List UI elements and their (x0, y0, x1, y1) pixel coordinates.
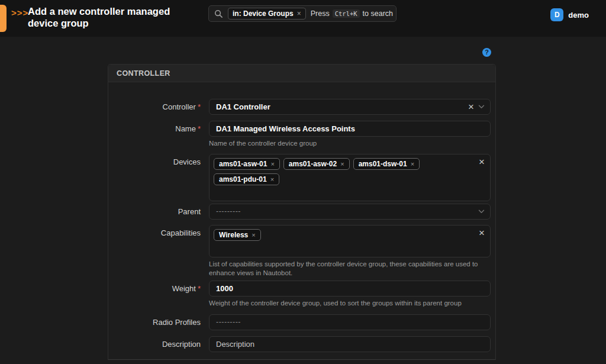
devices-label: Devices (108, 154, 205, 201)
search-scope-chip[interactable]: in: Device Groups × (228, 8, 306, 20)
help-icon[interactable]: ? (482, 48, 491, 57)
field-row-name: Name* Name of the controller device grou… (108, 121, 495, 148)
remove-capability-icon[interactable]: × (252, 231, 255, 239)
ctrl-k-kbd: Ctrl+K (333, 9, 360, 18)
device-chip-label: ams01-asw-01 (219, 160, 267, 168)
field-row-parent: Parent --------- (108, 204, 495, 220)
controller-chevron-down-icon[interactable] (478, 105, 485, 109)
remove-device-icon[interactable]: × (340, 160, 344, 167)
device-chip-label: ams01-asw-02 (289, 160, 337, 168)
parent-label: Parent (108, 204, 205, 220)
device-chip[interactable]: ams01-asw-01× (214, 158, 280, 170)
device-chip-label: ams01-pdu-01 (219, 175, 267, 183)
page-title: Add a new controller managed device grou… (28, 6, 177, 30)
radio-profiles-select[interactable]: --------- (209, 314, 491, 330)
panel-header: CONTROLLER (108, 65, 495, 82)
to-search-text: to search (363, 9, 393, 18)
remove-device-icon[interactable]: × (411, 160, 414, 167)
controller-clear-icon[interactable]: × (468, 102, 474, 112)
parent-chevron-down-icon[interactable] (478, 210, 485, 214)
name-label: Name* (108, 121, 205, 148)
name-help-text: Name of the controller device group (209, 139, 487, 148)
required-marker: * (198, 124, 201, 133)
search-shortcut-hint: Press Ctrl+K to search (311, 9, 393, 18)
capabilities-label: Capabilities (108, 225, 205, 278)
field-row-controller: Controller* DA1 Controller × (108, 99, 495, 115)
capabilities-clear-icon[interactable]: × (479, 228, 485, 238)
capability-chip[interactable]: Wireless× (214, 229, 261, 241)
search-scope-label: in: Device Groups (233, 9, 294, 18)
form-area: Controller* DA1 Controller × Name* Name … (108, 82, 495, 352)
device-chip-label: ams01-dsw-01 (359, 160, 407, 168)
top-navbar: >>> Add a new controller managed device … (0, 0, 606, 37)
required-marker: * (198, 284, 201, 293)
field-row-devices: Devices ams01-asw-01× ams01-asw-02× ams0… (108, 154, 495, 201)
user-menu[interactable]: D demo (550, 8, 589, 22)
global-search-input[interactable]: in: Device Groups × Press Ctrl+K to sear… (208, 5, 397, 22)
panel-title: CONTROLLER (117, 69, 170, 78)
breadcrumb-chevrons-icon: >>> (11, 8, 28, 18)
weight-help-text: Weight of the controller device group, u… (209, 299, 487, 308)
device-chip[interactable]: ams01-pdu-01× (214, 173, 279, 185)
device-chip[interactable]: ams01-dsw-01× (353, 158, 420, 170)
weight-label: Weight* (108, 281, 205, 308)
search-icon (214, 9, 223, 18)
parent-select[interactable]: --------- (209, 204, 491, 220)
description-input[interactable] (209, 336, 491, 352)
capability-chip-label: Wireless (219, 231, 248, 239)
description-label: Description (108, 336, 205, 352)
remove-device-icon[interactable]: × (270, 176, 274, 183)
press-text: Press (311, 9, 330, 18)
field-row-capabilities: Capabilities Wireless× × List of capabil… (108, 225, 495, 278)
weight-input[interactable] (209, 281, 491, 297)
nav-drawer-handle[interactable] (0, 5, 7, 32)
user-avatar: D (550, 8, 563, 21)
radio-profiles-label: Radio Profiles (108, 314, 205, 330)
field-row-weight: Weight* Weight of the controller device … (108, 281, 495, 308)
required-marker: * (198, 102, 201, 111)
device-chip[interactable]: ams01-asw-02× (283, 158, 350, 170)
field-row-radio-profiles: Radio Profiles --------- (108, 314, 495, 330)
capabilities-help-text: List of capabilities supported by the co… (209, 260, 487, 278)
user-name: demo (568, 11, 589, 20)
name-input[interactable] (209, 121, 491, 137)
devices-clear-icon[interactable]: × (479, 157, 485, 167)
controller-select[interactable]: DA1 Controller (209, 99, 491, 115)
capabilities-multiselect[interactable]: Wireless× × (209, 225, 491, 257)
field-row-description: Description (108, 336, 495, 352)
controller-label: Controller* (108, 99, 205, 115)
radio-profiles-placeholder: --------- (216, 318, 241, 326)
remove-scope-icon[interactable]: × (297, 9, 301, 18)
devices-multiselect[interactable]: ams01-asw-01× ams01-asw-02× ams01-dsw-01… (209, 154, 491, 201)
controller-form-panel: CONTROLLER Controller* DA1 Controller × … (108, 64, 496, 360)
parent-placeholder: --------- (216, 207, 241, 215)
controller-value: DA1 Controller (216, 102, 270, 111)
remove-device-icon[interactable]: × (270, 160, 274, 167)
